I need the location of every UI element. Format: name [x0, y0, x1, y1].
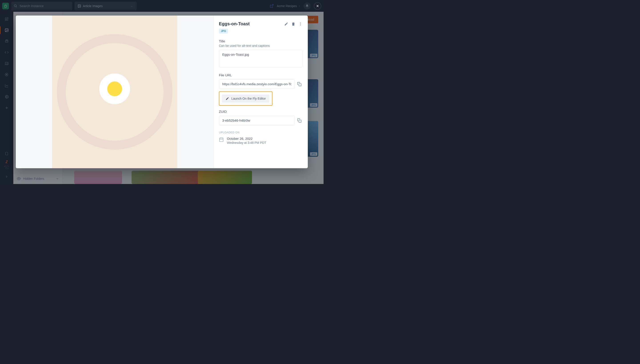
file-title: Eggs-on-Toast	[219, 21, 250, 26]
copy-icon	[297, 82, 302, 86]
copy-url-button[interactable]	[295, 82, 302, 86]
pencil-icon	[284, 22, 288, 26]
image-preview-pane	[16, 16, 213, 168]
url-input[interactable]	[219, 79, 295, 89]
modal-close-button[interactable]	[314, 3, 321, 9]
svg-point-13	[300, 25, 301, 25]
delete-button[interactable]	[291, 22, 295, 26]
pencil-icon	[226, 97, 229, 100]
trash-icon	[291, 22, 295, 26]
close-icon	[316, 4, 319, 8]
copy-zuid-button[interactable]	[295, 118, 302, 123]
zuid-field-label: ZUID	[219, 110, 302, 114]
launch-otf-editor-button[interactable]: Launch On the Fly Editor	[222, 94, 269, 102]
preview-image	[52, 16, 177, 168]
more-vertical-icon	[298, 22, 302, 26]
file-details-panel: Eggs-on-Toast JPG Title Can be used for …	[213, 16, 308, 168]
uploaded-on-label: UPLOADED ON	[219, 131, 302, 134]
zuid-input[interactable]	[219, 116, 295, 125]
copy-icon	[297, 118, 302, 123]
svg-rect-14	[299, 84, 301, 86]
more-button[interactable]	[298, 22, 302, 26]
svg-rect-15	[299, 120, 301, 122]
calendar-icon	[219, 137, 224, 142]
launch-editor-highlight: Launch On the Fly Editor	[219, 92, 273, 106]
svg-rect-16	[220, 138, 223, 142]
title-field-label: Title	[219, 39, 302, 43]
title-input[interactable]	[219, 50, 302, 68]
file-type-badge: JPG	[219, 29, 228, 34]
rename-button[interactable]	[284, 22, 288, 26]
uploaded-date: October 26, 2022	[227, 137, 266, 140]
svg-point-11	[300, 22, 301, 23]
file-detail-modal: Eggs-on-Toast JPG Title Can be used for …	[16, 16, 308, 168]
url-field-label: File URL	[219, 73, 302, 77]
svg-point-12	[300, 24, 301, 24]
title-field-help: Can be used for alt-text and captions	[219, 44, 302, 48]
uploaded-time: Wednesday at 3:48 PM PDT	[227, 141, 266, 144]
